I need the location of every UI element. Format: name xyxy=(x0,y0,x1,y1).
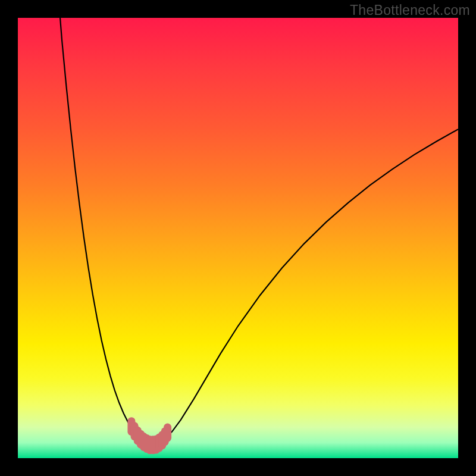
plot-area xyxy=(18,18,458,458)
chart-svg xyxy=(18,18,458,458)
watermark-text: TheBottleneck.com xyxy=(350,2,470,18)
chart-frame: TheBottleneck.com xyxy=(0,0,476,476)
